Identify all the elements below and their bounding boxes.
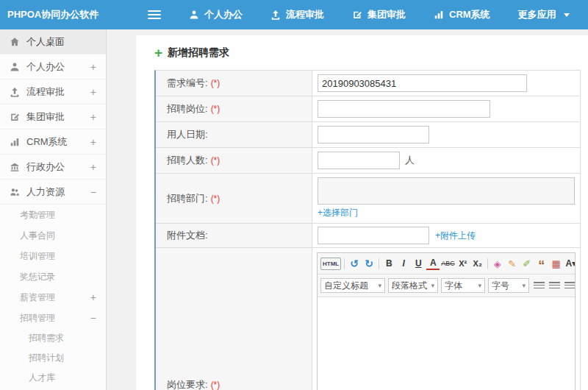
topnav-label: 集团审批 (368, 8, 406, 21)
font-size-dropdown[interactable]: 字号 ▾ (488, 278, 529, 293)
topnav-label: 流程审批 (286, 8, 324, 21)
field-label: 用人日期: (156, 122, 312, 147)
hire-date-input[interactable] (318, 126, 429, 143)
align-right-icon[interactable] (564, 282, 575, 290)
sidebar-item-crm[interactable]: CRM系统 + (0, 130, 106, 155)
emotion-icon[interactable]: ▦ (550, 257, 563, 271)
html-source-button[interactable]: HTML (320, 258, 341, 270)
toolbar-separator (379, 258, 379, 269)
sidebar-item-recruit-demand[interactable]: 招聘需求 (0, 328, 106, 348)
caret-down-icon: ▾ (478, 282, 481, 289)
topbar: PHPOA协同办公软件 个人办公 流程审批 集团审批 CRM系统 更多应用 (0, 0, 588, 29)
required-mark: (*) (211, 155, 220, 166)
sidebar-item-talent-pool[interactable]: 人才库 (0, 368, 106, 388)
form-row-recruit-count: 招聘人数: (*) 人 (156, 148, 580, 174)
strikethrough-button[interactable]: ABC (441, 257, 455, 271)
sidebar-item-hr[interactable]: 人力资源 − (0, 180, 106, 205)
topnav-item-personal-office[interactable]: 个人办公 (189, 8, 243, 21)
align-left-icon[interactable] (534, 282, 545, 290)
expand-toggle-icon[interactable]: + (90, 62, 96, 72)
superscript-button[interactable]: X² (456, 257, 470, 271)
field-label-text: 用人日期: (167, 128, 208, 141)
recruit-count-input[interactable] (318, 152, 400, 169)
redo-icon[interactable]: ↻ (362, 257, 376, 271)
editor-toolbar-row1: HTML ↺ ↻ B I U A ABC X² X₂ ◈ (318, 253, 575, 274)
recruit-department-textarea[interactable] (318, 177, 575, 205)
expand-toggle-icon[interactable]: + (90, 137, 96, 147)
form-row-recruit-position: 招聘岗位: (*) (156, 96, 580, 122)
underline-button[interactable]: U (412, 257, 425, 271)
expand-toggle-icon[interactable]: + (90, 87, 96, 97)
dropdown-label: 自定义标题 (324, 280, 368, 292)
topnav-label: 个人办公 (204, 8, 243, 21)
attachment-input[interactable] (318, 227, 429, 244)
dropdown-label: 段落格式 (392, 280, 427, 292)
sidebar: 个人桌面 个人办公 + 流程审批 + 集团审批 + CRM系统 + 行政办公 +… (0, 29, 107, 390)
hamburger-icon[interactable] (148, 8, 161, 21)
form-row-recruit-department: 招聘部门: (*) +选择部门 (156, 174, 580, 224)
caret-down-icon: ▾ (522, 282, 526, 289)
custom-title-dropdown[interactable]: 自定义标题 ▾ (320, 278, 385, 293)
field-label-text: 附件文档: (167, 229, 208, 242)
paragraph-format-dropdown[interactable]: 段落格式 ▾ (388, 278, 438, 293)
highlight-icon[interactable]: ✐ (520, 257, 534, 271)
editor-content-area[interactable] (318, 297, 575, 390)
font-color-button[interactable]: A▾ (564, 257, 575, 271)
people-icon (10, 187, 20, 197)
bold-button[interactable]: B (382, 257, 395, 271)
sidebar-item-attendance[interactable]: 考勤管理 (0, 205, 106, 225)
demand-number-input[interactable] (318, 74, 527, 92)
sidebar-item-recruitment[interactable]: 招聘管理 − (0, 308, 106, 328)
collapse-toggle-icon[interactable]: − (90, 187, 96, 197)
field-label-text: 岗位要求: (167, 378, 208, 390)
edit-approval-icon (352, 10, 362, 20)
format-brush-icon[interactable]: ✎ (506, 257, 519, 271)
required-mark: (*) (211, 194, 220, 204)
italic-button[interactable]: I (397, 257, 410, 271)
toolbar-separator (344, 258, 345, 269)
expand-toggle-icon[interactable]: + (90, 162, 96, 172)
field-label: 岗位要求: (*) (156, 248, 312, 390)
sidebar-item-rewards-punishments[interactable]: 奖惩记录 (0, 266, 106, 287)
subscript-button[interactable]: X₂ (471, 257, 484, 271)
select-department-link[interactable]: +选择部门 (318, 207, 575, 219)
blockquote-icon[interactable]: “ (535, 254, 548, 273)
sidebar-item-desktop[interactable]: 个人桌面 (0, 29, 106, 54)
required-mark: (*) (211, 380, 220, 390)
sidebar-item-workflow-approval[interactable]: 流程审批 + (0, 79, 106, 104)
recruit-position-input[interactable] (318, 100, 490, 118)
recruitment-demand-form: 需求编号: (*) 招聘岗位: (*) 用人日期: (154, 70, 581, 390)
collapse-toggle-icon[interactable]: − (90, 313, 96, 323)
unit-suffix: 人 (405, 154, 415, 167)
topnav-item-more-apps[interactable]: 更多应用 (518, 8, 570, 21)
sidebar-item-label: 个人办公 (26, 60, 65, 74)
edit-approval-icon (10, 112, 20, 122)
attachment-upload-link[interactable]: +附件上传 (435, 230, 476, 242)
dropdown-label: 字体 (445, 280, 462, 292)
topnav-item-workflow-approval[interactable]: 流程审批 (270, 8, 324, 21)
topnav-item-group-approval[interactable]: 集团审批 (352, 8, 406, 21)
expand-toggle-icon[interactable]: + (90, 292, 96, 302)
sidebar-item-personnel-contract[interactable]: 人事合同 (0, 225, 106, 246)
sidebar-item-label: CRM系统 (26, 135, 68, 149)
toolbar-separator (487, 258, 488, 269)
sidebar-item-recruit-plan[interactable]: 招聘计划 (0, 348, 106, 368)
field-label: 招聘人数: (*) (156, 148, 312, 173)
sidebar-item-personal-office[interactable]: 个人办公 + (0, 54, 106, 79)
page-header: + 新增招聘需求 (136, 35, 588, 70)
sidebar-item-label: 招聘需求 (29, 332, 64, 344)
remove-format-icon[interactable]: ◈ (491, 257, 504, 271)
topnav-item-crm[interactable]: CRM系统 (434, 8, 490, 21)
sidebar-item-group-approval[interactable]: 集团审批 + (0, 104, 106, 130)
undo-icon[interactable]: ↺ (348, 257, 361, 271)
align-center-icon[interactable] (549, 282, 560, 290)
sidebar-item-salary[interactable]: 薪资管理 + (0, 287, 106, 308)
sidebar-item-admin-office[interactable]: 行政办公 + (0, 155, 106, 180)
font-family-dropdown[interactable]: 字体 ▾ (441, 278, 485, 293)
expand-toggle-icon[interactable]: + (90, 112, 96, 122)
sidebar-item-label: 薪资管理 (20, 291, 55, 304)
font-border-button[interactable]: A (426, 258, 440, 270)
sidebar-item-label: 人才库 (29, 372, 55, 384)
sidebar-item-label: 人事合同 (20, 230, 55, 242)
sidebar-item-training[interactable]: 培训管理 (0, 246, 106, 266)
